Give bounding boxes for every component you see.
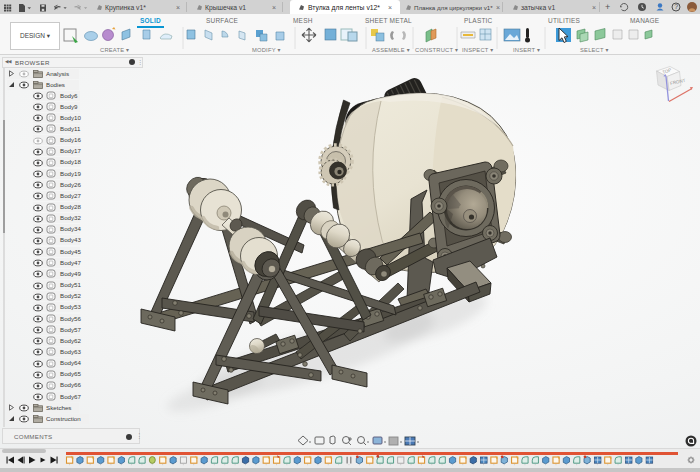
svg-text:?: ? bbox=[674, 3, 678, 10]
